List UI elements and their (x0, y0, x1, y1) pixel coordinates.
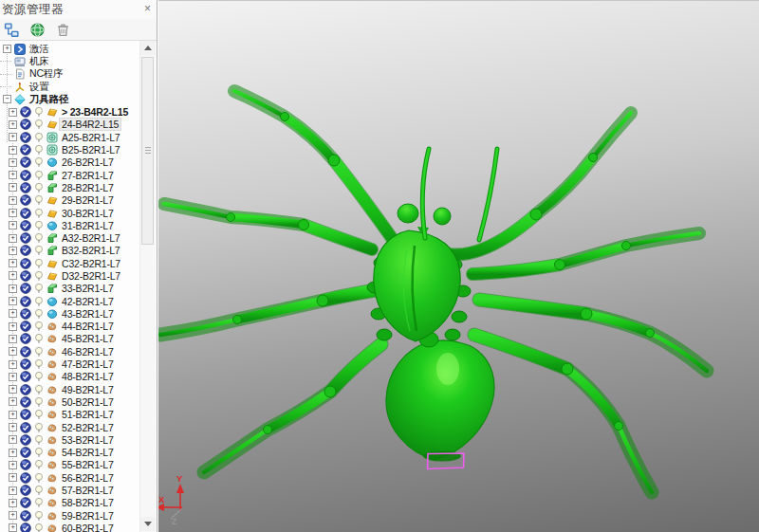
expand-icon[interactable]: + (9, 385, 17, 394)
scrollbar-thumb[interactable] (141, 57, 154, 245)
expand-icon[interactable]: + (3, 45, 11, 53)
toolpath-label[interactable]: 51-B2R1-L7 (60, 409, 116, 420)
toolpath-label[interactable]: 54-B2R1-L7 (60, 447, 116, 458)
lightbulb-icon[interactable] (33, 182, 45, 193)
toolpath-label[interactable]: 31-B2R1-L7 (60, 220, 116, 231)
lightbulb-icon[interactable] (33, 258, 45, 269)
toolpath-row[interactable]: +C32-B2R1-L7 (0, 257, 139, 269)
toolpath-row[interactable]: +60-B2R1-L7 (0, 522, 139, 532)
expand-icon[interactable]: + (9, 171, 17, 179)
toolpath-label[interactable]: D32-B2R1-L7 (60, 270, 122, 282)
expand-icon[interactable]: + (9, 221, 17, 229)
toolpath-label[interactable]: C32-B2R1-L7 (60, 258, 122, 269)
toolpath-label[interactable]: B25-B2R1-L7 (60, 144, 121, 156)
lightbulb-icon[interactable] (33, 358, 45, 370)
expand-icon[interactable]: + (9, 373, 17, 381)
expand-icon[interactable]: + (9, 183, 17, 192)
lightbulb-icon[interactable] (33, 333, 45, 344)
toolpath-row[interactable]: +50-B2R1-L7 (0, 395, 139, 408)
toolpath-row[interactable]: +> 23-B4R2-L15 (0, 105, 139, 118)
toolpath-label[interactable]: 55-B2R1-L7 (60, 459, 116, 470)
toolpath-label[interactable]: 49-B2R1-L7 (60, 384, 116, 395)
toolpath-row[interactable]: +30-B2R1-L7 (0, 207, 139, 219)
tree-item-激活[interactable]: +激活 (0, 43, 139, 55)
toolpath-row[interactable]: +31-B2R1-L7 (0, 219, 139, 231)
expand-icon[interactable]: + (9, 196, 17, 205)
toolpath-label[interactable]: 57-B2R1-L7 (60, 485, 116, 496)
tree-item-NC程序[interactable]: NC程序 (0, 68, 139, 81)
lightbulb-icon[interactable] (33, 220, 45, 231)
toolpath-row[interactable]: +47-B2R1-L7 (0, 358, 139, 370)
lightbulb-icon[interactable] (33, 497, 45, 508)
close-icon[interactable]: × (144, 2, 151, 15)
expand-icon[interactable]: + (9, 523, 17, 532)
lightbulb-icon[interactable] (33, 232, 45, 244)
expand-icon[interactable]: + (9, 423, 17, 431)
toolpath-row[interactable]: +45-B2R1-L7 (0, 333, 139, 345)
toolpath-label[interactable]: 53-B2R1-L7 (60, 434, 116, 446)
expand-icon[interactable]: + (9, 158, 17, 167)
toolpath-label[interactable]: B32-B2R1-L7 (60, 245, 121, 256)
expand-icon[interactable]: + (9, 209, 17, 217)
toolpath-label[interactable]: 58-B2R1-L7 (60, 497, 116, 508)
toolpath-row[interactable]: +51-B2R1-L7 (0, 409, 139, 421)
toolpath-label[interactable]: 29-B2R1-L7 (60, 194, 116, 206)
lightbulb-icon[interactable] (33, 132, 45, 143)
lightbulb-icon[interactable] (33, 434, 45, 446)
expand-icon[interactable]: + (9, 322, 17, 331)
toolpath-row[interactable]: +24-B4R2-L15 (0, 119, 139, 131)
toolpath-row[interactable]: +46-B2R1-L7 (0, 345, 139, 358)
expand-icon[interactable]: + (9, 284, 17, 293)
lightbulb-icon[interactable] (33, 485, 45, 496)
tree-item-label[interactable]: 激活 (28, 43, 51, 56)
toolpath-row[interactable]: +A32-B2R1-L7 (0, 231, 139, 244)
lightbulb-icon[interactable] (33, 321, 45, 332)
lightbulb-icon[interactable] (33, 346, 45, 358)
expand-icon[interactable]: + (9, 120, 17, 129)
lightbulb-icon[interactable] (33, 308, 45, 320)
lightbulb-icon[interactable] (33, 371, 45, 382)
tree-item-label[interactable]: 机床 (28, 55, 51, 68)
toolpath-row[interactable]: +44-B2R1-L7 (0, 321, 139, 333)
expand-icon[interactable]: + (9, 411, 17, 419)
lightbulb-icon[interactable] (33, 472, 45, 484)
expand-icon[interactable]: + (9, 461, 17, 469)
expand-icon[interactable]: + (9, 397, 17, 406)
expand-icon[interactable]: + (9, 360, 17, 369)
scroll-up-button[interactable] (140, 41, 156, 55)
lightbulb-icon[interactable] (33, 156, 45, 168)
toolpath-row[interactable]: +27-B2R1-L7 (0, 169, 139, 181)
toolpath-row[interactable]: +43-B2R1-L7 (0, 307, 139, 320)
expand-icon[interactable]: + (9, 271, 17, 280)
globe-icon[interactable] (29, 22, 46, 38)
toolpath-label[interactable]: 28-B2R1-L7 (60, 182, 116, 193)
toolpath-label[interactable]: > 23-B4R2-L15 (60, 106, 130, 118)
scroll-down-button[interactable] (140, 517, 156, 531)
expand-icon[interactable]: + (9, 259, 17, 267)
viewport-3d[interactable]: Y X Z (158, 0, 759, 532)
toolpath-label[interactable]: A32-B2R1-L7 (60, 232, 121, 244)
lightbulb-icon[interactable] (33, 119, 45, 130)
toolpath-label[interactable]: 42-B2R1-L7 (60, 296, 116, 307)
toolpath-row[interactable]: +48-B2R1-L7 (0, 371, 139, 383)
expand-icon[interactable]: + (9, 234, 17, 243)
lightbulb-icon[interactable] (33, 144, 45, 156)
toolpath-row[interactable]: +A25-B2R1-L7 (0, 131, 139, 143)
toolpath-row[interactable]: +42-B2R1-L7 (0, 295, 139, 307)
expand-icon[interactable]: + (9, 309, 17, 318)
expand-icon[interactable]: + (9, 146, 17, 155)
lightbulb-icon[interactable] (33, 106, 45, 118)
lightbulb-icon[interactable] (33, 447, 45, 458)
toolpath-label[interactable]: 27-B2R1-L7 (60, 170, 116, 181)
expand-icon[interactable]: + (9, 347, 17, 356)
lightbulb-icon[interactable] (33, 459, 45, 470)
toolpath-row[interactable]: +54-B2R1-L7 (0, 447, 139, 459)
toolpath-label[interactable]: 48-B2R1-L7 (60, 371, 116, 382)
toolpath-row[interactable]: +28-B2R1-L7 (0, 181, 139, 193)
expand-icon[interactable]: + (9, 486, 17, 495)
lightbulb-icon[interactable] (33, 208, 45, 219)
spider-model[interactable] (160, 91, 707, 492)
expand-icon[interactable]: + (9, 108, 17, 117)
tree-item-label[interactable]: 刀具路径 (28, 93, 70, 106)
tree-item-刀具路径[interactable]: −刀具路径 (0, 93, 139, 105)
